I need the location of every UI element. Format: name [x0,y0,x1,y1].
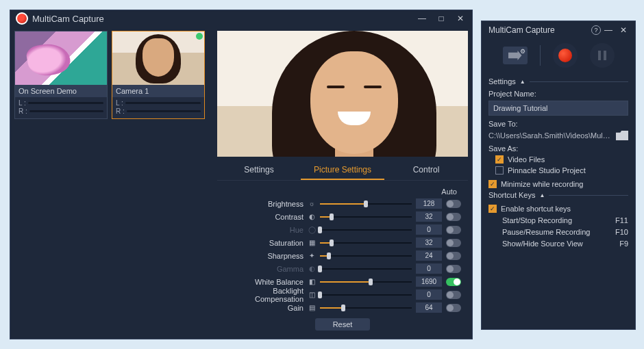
source-label: Camera 1 [112,85,204,97]
shortcut-label: Start/Stop Recording [502,216,572,224]
auto-toggle[interactable] [446,278,461,286]
slider-track[interactable] [320,251,412,261]
slider-label: Gamma [224,265,304,273]
auto-toggle[interactable] [446,291,461,299]
shortcut-row: Start/Stop RecordingF11 [502,216,628,224]
slider-track[interactable] [320,199,412,209]
status-dot-icon [196,33,203,40]
slider-value[interactable]: 32 [416,237,442,248]
close-button[interactable]: ✕ [453,12,468,25]
source-tile-screen[interactable]: On Screen Demo L : R : [14,31,108,119]
shortcut-label: Show/Hide Source View [502,240,583,248]
property-icon: ☼ [308,200,316,208]
save-as-video-files[interactable]: Video Files [495,155,628,164]
side-close-button[interactable]: ✕ [616,24,631,36]
source-label: On Screen Demo [15,85,107,97]
save-as-label: Save As: [488,144,628,153]
auto-toggle[interactable] [446,226,461,234]
tab-settings[interactable]: Settings [217,161,301,180]
collapse-icon: ▲ [520,79,525,85]
property-icon: ✦ [308,252,316,260]
slider-value[interactable]: 64 [416,302,442,313]
slider-label: Contrast [224,213,304,221]
pause-button[interactable] [590,43,615,68]
checkbox-icon [495,166,504,174]
property-icon: ◐ [308,213,316,221]
tab-picture-settings[interactable]: Picture Settings [301,161,384,180]
enable-shortcut-keys[interactable]: Enable shortcut keys [488,205,628,213]
save-to-label: Save To: [488,120,628,128]
checkbox-icon [495,155,504,164]
settings-section-header[interactable]: Settings▲ [488,77,628,86]
slider-track[interactable] [320,290,412,300]
separator [540,45,541,66]
slider-value[interactable]: 24 [416,250,442,261]
slider-row-gamma: Gamma◐0 [224,262,461,275]
slider-value[interactable]: 0 [416,263,442,274]
auto-toggle[interactable] [446,200,461,208]
settings-tabs: Settings Picture Settings Control [217,161,468,181]
slider-label: Saturation [224,239,304,247]
slider-value[interactable]: 32 [416,211,442,222]
slider-label: Hue [224,226,304,234]
source-tile-camera[interactable]: Camera 1 L : R : [112,31,205,119]
slider-value[interactable]: 0 [416,224,442,235]
slider-track[interactable] [320,212,412,222]
slider-track [320,264,412,274]
slider-label: Sharpness [224,252,304,260]
auto-toggle[interactable] [446,239,461,247]
record-button[interactable] [553,43,578,68]
source-preview-screen [15,31,107,85]
slider-track[interactable] [320,277,412,287]
slider-track[interactable] [320,238,412,248]
auto-toggle[interactable] [446,213,461,221]
save-to-path: C:\\Users\Sarah.Smith\Videos\MultiCam... [488,131,612,140]
gear-icon: ⚙ [520,48,525,55]
minimize-button[interactable]: — [414,12,430,25]
slider-value[interactable]: 128 [416,198,442,209]
slider-track [320,225,412,235]
project-name-input[interactable]: Drawing Tutorial [488,101,628,116]
slider-value[interactable]: 1690 [416,276,442,287]
source-preview-camera [112,31,204,85]
shortcut-key: F9 [619,240,628,248]
property-icon: ◯ [308,226,316,234]
property-icon: ◐ [308,265,316,273]
slider-row-gain: Gain▤64 [224,301,461,314]
shortcut-row: Pause/Resume RecordingF10 [502,228,628,236]
tab-control[interactable]: Control [384,161,468,180]
property-icon: ▤ [308,304,316,312]
side-titlebar: MultiCam Capture ? — ✕ [482,21,635,39]
minimize-while-recording[interactable]: Minimize while recording [488,180,628,188]
slider-track[interactable] [320,303,412,313]
checkbox-icon [488,205,497,213]
side-minimize-button[interactable]: — [601,24,616,36]
reset-button[interactable]: Reset [315,318,371,331]
slider-label: Backlight Compensation [224,287,304,303]
shortcut-key: F11 [615,216,628,224]
slider-value[interactable]: 0 [416,289,442,300]
auto-column-label: Auto [224,186,461,197]
help-button[interactable]: ? [591,25,601,35]
slider-row-brightness: Brightness☼128 [224,197,461,210]
slider-label: Gain [224,304,304,312]
auto-toggle[interactable] [446,265,461,273]
shortcut-row: Show/Hide Source ViewF9 [502,240,628,248]
auto-toggle[interactable] [446,252,461,260]
auto-toggle[interactable] [446,304,461,312]
save-as-pinnacle-project[interactable]: Pinnacle Studio Project [495,166,628,174]
slider-row-backlight-compensation: Backlight Compensation◫0 [224,288,461,301]
slider-row-sharpness: Sharpness✦24 [224,249,461,262]
property-icon: ◧ [308,278,316,286]
main-window: MultiCam Capture — □ ✕ On Screen Demo L … [10,10,473,339]
browse-folder-button[interactable] [616,131,628,140]
maximize-button[interactable]: □ [434,12,449,25]
app-logo-icon [16,12,28,25]
shortcuts-section-header[interactable]: Shortcut Keys▲ [488,191,628,199]
record-icon [558,49,572,62]
slider-row-contrast: Contrast◐32 [224,210,461,223]
live-preview [217,31,468,157]
picture-settings-panel: Auto Brightness☼128Contrast◐32Hue◯0Satur… [217,181,468,335]
checkbox-icon [488,180,497,188]
sources-config-button[interactable]: ⚙ [503,47,528,64]
